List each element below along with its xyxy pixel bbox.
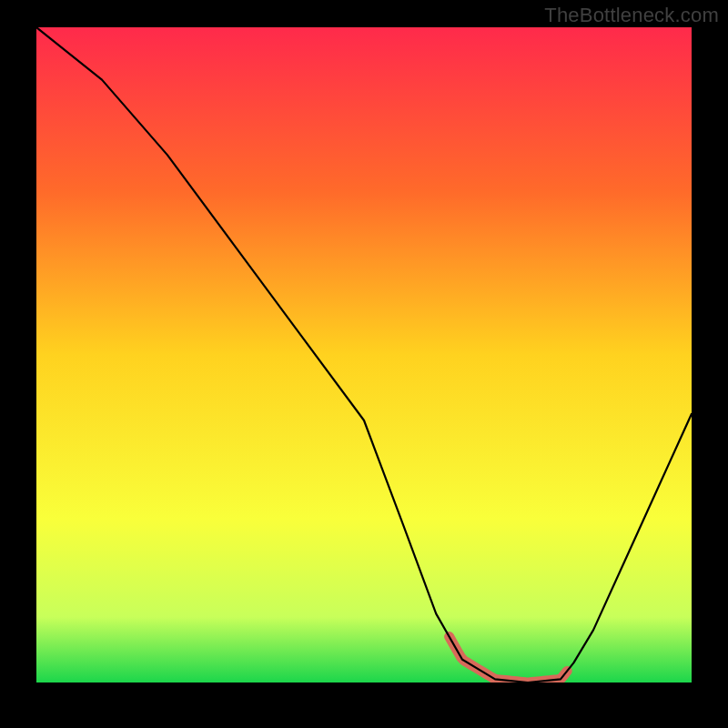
chart-container: TheBottleneck.com [0,0,728,728]
watermark-label: TheBottleneck.com [544,4,719,27]
chart-svg [36,27,692,682]
gradient-background [36,27,692,682]
plot-area [36,27,692,682]
